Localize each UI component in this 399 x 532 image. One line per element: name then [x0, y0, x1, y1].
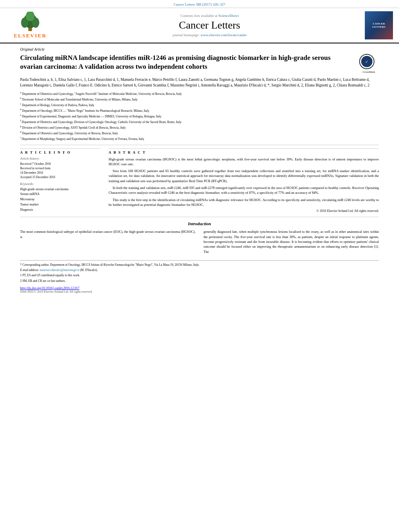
- elsevier-logo: ELSEVIER: [14, 12, 47, 39]
- intro-col-left: The most common histological subtype of …: [20, 229, 195, 256]
- keywords-label: Keywords:: [20, 182, 101, 186]
- main-content: Original Article Circulating miRNA lands…: [0, 43, 399, 298]
- elsevier-wordmark: ELSEVIER: [14, 33, 47, 39]
- article-title: Circulating miRNA landscape identifies m…: [20, 53, 350, 71]
- doi-line: http://dx.doi.org/10.1016/j.canlet.2016.…: [20, 286, 379, 290]
- intro-p2: generally diagnosed late, when multiple …: [204, 229, 379, 254]
- crossmark-label: CrossMark: [359, 70, 379, 74]
- journal-name: Cancer Letters: [179, 19, 240, 31]
- introduction-title: Introduction: [20, 221, 379, 226]
- article-info-col: A R T I C L E I N F O Article history: R…: [20, 148, 101, 213]
- introduction-columns: The most common histological subtype of …: [20, 229, 379, 256]
- abstract-p1: High-grade serous ovarian carcinoma (HGS…: [109, 157, 379, 167]
- intro-p1: The most common histological subtype of …: [20, 229, 195, 239]
- keyword-5: Diagnosis: [20, 207, 101, 213]
- keyword-3: Microarray: [20, 197, 101, 202]
- elsevier-tree-icon: [18, 12, 42, 32]
- keyword-2: Serum miRNA: [20, 192, 101, 197]
- footnote-section: * Corresponding author. Department of On…: [20, 260, 379, 283]
- received-revised: Received in revised form14 December 2016: [20, 166, 101, 175]
- email-link[interactable]: maurizio.dincalci@marionegri.it: [40, 268, 79, 272]
- svg-text:✓: ✓: [365, 60, 368, 64]
- affiliation-c: c Department of Biology, University of P…: [20, 102, 379, 107]
- journal-logo-section: CANCER LETTERS: [363, 11, 395, 39]
- affiliation-b: b Doctorate School of Molecular and Tran…: [20, 97, 379, 102]
- abstract-text: High-grade serous ovarian carcinoma (HGS…: [109, 157, 379, 207]
- abstract-p4: This study is the first step in the iden…: [109, 197, 379, 207]
- page: Cancer Letters 388 (2017) 320–327 ELSEVI…: [0, 0, 399, 532]
- history-label: Article history:: [20, 157, 101, 160]
- affiliation-i: i Department of Morphology, Surgery and …: [20, 136, 379, 141]
- crossmark-section: ✓ CrossMark: [359, 53, 379, 74]
- journal-logo-line1: CANCER: [373, 22, 385, 25]
- authors-text: Paola Todeschini a, b, 1, Elisa Salviato…: [20, 78, 370, 87]
- affiliation-d: d Department of Oncology, IRCCS — "Mario…: [20, 108, 379, 113]
- journal-homepage-label: journal homepage: www.elsevier.com/locat…: [173, 33, 247, 37]
- keyword-1: High-grade serous ovarian carcinoma: [20, 187, 101, 192]
- affiliation-e: e Department of Experimental, Diagnostic…: [20, 113, 379, 119]
- doi-link[interactable]: http://dx.doi.org/10.1016/j.canlet.2016.…: [20, 286, 80, 290]
- affiliation-g: g Division of Obstetrics and Gynecology,…: [20, 125, 379, 130]
- email-recipient: (M. D'Incalci).: [80, 268, 98, 272]
- corresponding-author-footnote: * Corresponding author. Department of On…: [20, 263, 379, 267]
- received-date: Received 7 October 2016: [20, 162, 101, 166]
- email-label: E-mail address:: [20, 268, 39, 272]
- info-abstract-section: A R T I C L E I N F O Article history: R…: [20, 148, 379, 213]
- science-direct-link[interactable]: ScienceDirect: [218, 14, 239, 18]
- authors: Paola Todeschini a, b, 1, Elisa Salviato…: [20, 77, 379, 88]
- abstract-copyright: © 2016 Elsevier Ireland Ltd. All rights …: [109, 209, 379, 213]
- article-dates: Received 7 October 2016 Received in revi…: [20, 162, 101, 180]
- keyword-4: Tumor marker: [20, 202, 101, 207]
- abstract-p3: In both the training and validation sets…: [109, 185, 379, 195]
- abstract-p2: Sera from 168 HGSOC patients and 65 heal…: [109, 168, 379, 183]
- affiliation-a: a Department of Obstetrics and Gynecolog…: [20, 91, 379, 96]
- journal-reference: Cancer Letters 388 (2017) 320–327: [174, 2, 225, 6]
- science-direct-label: Contents lists available at ScienceDirec…: [181, 14, 239, 18]
- journal-title-section: Contents lists available at ScienceDirec…: [56, 11, 363, 39]
- article-info-header: A R T I C L E I N F O: [20, 148, 101, 154]
- introduction-section: Introduction The most common histologica…: [20, 221, 379, 256]
- article-type: Original Article: [20, 47, 379, 51]
- affiliation-h: h Department of Obstetrics and Gynecolog…: [20, 130, 379, 136]
- intro-col-right: generally diagnosed late, when multiple …: [204, 229, 379, 256]
- affiliation-f: f Department of Obstetrics and Gynecolog…: [20, 119, 379, 124]
- footnote-1: 1 PT, ES and LP contributed equally to t…: [20, 273, 379, 277]
- abstract-header: A B S T R A C T: [109, 148, 379, 154]
- journal-reference-bar: Cancer Letters 388 (2017) 320–327: [0, 0, 399, 8]
- footnote-2: 2 SM, EB and CR are co-last authors.: [20, 279, 379, 283]
- journal-logo-box: CANCER LETTERS: [365, 11, 393, 39]
- title-section: Circulating miRNA landscape identifies m…: [20, 53, 379, 74]
- issn-line: 0304-3835/© 2016 Elsevier Ireland Ltd. A…: [20, 290, 379, 294]
- accepted-date: Accepted 15 December 2016: [20, 175, 101, 179]
- journal-homepage-link[interactable]: www.elsevier.com/locate/canlet: [201, 33, 247, 37]
- email-footnote: E-mail address: maurizio.dincalci@marion…: [20, 268, 379, 272]
- affiliations: a Department of Obstetrics and Gynecolog…: [20, 91, 379, 145]
- keywords-list: High-grade serous ovarian carcinoma Seru…: [20, 187, 101, 213]
- journal-logo-line2: LETTERS: [372, 25, 385, 29]
- section-divider: [20, 217, 379, 217]
- crossmark-icon: ✓: [359, 53, 375, 70]
- abstract-col: A B S T R A C T High-grade serous ovaria…: [109, 148, 379, 213]
- journal-header: ELSEVIER Contents lists available at Sci…: [0, 8, 399, 43]
- elsevier-logo-section: ELSEVIER: [4, 11, 56, 39]
